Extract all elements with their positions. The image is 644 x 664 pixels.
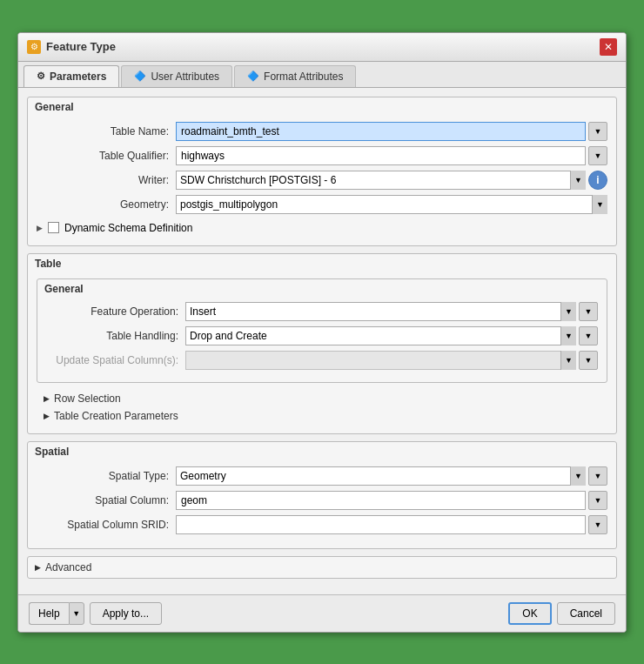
user-attr-tab-icon: 🔷 [134,70,146,82]
tab-parameters[interactable]: ⚙ Parameters [23,65,119,87]
update-spatial-label: Update Spatial Column(s): [46,354,185,366]
spatial-type-wrap: Geometry ▼ ▼ [176,466,607,486]
geometry-row: Geometry: postgis_multipolygon ▼ [37,195,607,214]
row-selection-label: Row Selection [54,392,121,405]
advanced-arrow: ▶ [35,563,41,572]
writer-select-wrap: SDW Christchurch [POSTGIS] - 6 ▼ [176,171,586,190]
spatial-type-label: Spatial Type: [37,470,176,482]
close-button[interactable]: ✕ [600,38,617,56]
table-creation-row[interactable]: ▶ Table Creation Parameters [37,407,607,425]
dialog-title: Feature Type [46,40,116,53]
dynamic-schema-row[interactable]: ▶ Dynamic Schema Definition [37,219,607,237]
spatial-section-inner: Spatial Type: Geometry ▼ ▼ Spatial Colum… [28,461,616,548]
tab-format-attributes[interactable]: 🔷 Format Attributes [234,65,356,87]
row-selection-row[interactable]: ▶ Row Selection [37,390,607,407]
general-section: General Table Name: ▼ Table Qualifier: ▼ [27,97,617,246]
general-section-title: General [28,97,616,117]
writer-row: Writer: SDW Christchurch [POSTGIS] - 6 ▼… [37,171,607,190]
dialog-content: General Table Name: ▼ Table Qualifier: ▼ [18,88,626,594]
update-spatial-wrap: ▼ ▼ [185,351,598,370]
writer-wrap: SDW Christchurch [POSTGIS] - 6 ▼ i [176,171,607,190]
spatial-type-row: Spatial Type: Geometry ▼ ▼ [37,466,607,486]
dialog-icon: ⚙ [27,40,41,54]
feature-operation-label: Feature Operation: [46,305,185,318]
spatial-column-wrap: ▼ [176,491,607,510]
spatial-srid-input[interactable] [176,515,586,534]
tab-format-attributes-label: Format Attributes [264,70,343,83]
tab-parameters-label: Parameters [50,70,106,83]
table-name-input[interactable] [176,122,586,141]
table-name-dropdown-btn[interactable]: ▼ [588,122,607,141]
footer-left: Help ▼ Apply to... [29,602,162,625]
tab-user-attributes[interactable]: 🔷 User Attributes [121,65,232,87]
table-qualifier-dropdown-btn[interactable]: ▼ [588,146,607,165]
dynamic-schema-checkbox[interactable] [48,222,59,233]
title-bar: ⚙ Feature Type ✕ [18,33,626,62]
writer-select[interactable]: SDW Christchurch [POSTGIS] - 6 [176,171,586,190]
table-general-inner: Feature Operation: Insert ▼ ▼ [37,298,607,382]
cancel-button[interactable]: Cancel [557,602,615,625]
table-section-inner: General Feature Operation: Insert ▼ [28,273,616,433]
advanced-label: Advanced [45,561,91,573]
spatial-srid-dropdown-btn[interactable]: ▼ [588,515,607,534]
table-creation-label: Table Creation Parameters [54,410,178,422]
feature-operation-dropdown-btn[interactable]: ▼ [579,302,598,321]
table-section-title: Table [28,254,616,273]
table-general-subsection: General Feature Operation: Insert ▼ [37,278,607,383]
feature-operation-select-wrap: Insert ▼ [185,302,576,321]
table-handling-dropdown-btn[interactable]: ▼ [579,326,598,345]
update-spatial-dropdown-btn[interactable]: ▼ [579,351,598,370]
spatial-column-dropdown-btn[interactable]: ▼ [588,491,607,510]
format-attr-tab-icon: 🔷 [247,70,259,82]
table-name-row: Table Name: ▼ [37,122,607,141]
feature-operation-row: Feature Operation: Insert ▼ ▼ [46,302,598,321]
spatial-section-title: Spatial [28,442,616,461]
table-handling-select-wrap: Drop and Create ▼ [185,326,576,345]
spatial-column-row: Spatial Column: ▼ [37,491,607,510]
table-qualifier-label: Table Qualifier: [37,150,176,162]
footer-right: OK Cancel [508,602,615,625]
feature-operation-select[interactable]: Insert [185,302,576,321]
title-bar-left: ⚙ Feature Type [27,40,116,54]
update-spatial-row: Update Spatial Column(s): ▼ ▼ [46,351,598,370]
geometry-select[interactable]: postgis_multipolygon [176,195,607,214]
geometry-select-wrap: postgis_multipolygon ▼ [176,195,607,214]
table-creation-arrow: ▶ [44,412,50,420]
help-split-btn: Help ▼ [29,602,84,625]
params-tab-icon: ⚙ [37,70,45,82]
table-handling-label: Table Handling: [46,330,185,342]
table-handling-row: Table Handling: Drop and Create ▼ ▼ [46,326,598,345]
spatial-type-dropdown-btn[interactable]: ▼ [588,466,607,486]
table-handling-select[interactable]: Drop and Create [185,326,576,345]
feature-operation-wrap: Insert ▼ ▼ [185,302,598,321]
help-dropdown-arrow[interactable]: ▼ [69,602,84,625]
ok-button[interactable]: OK [508,602,551,625]
help-button[interactable]: Help [29,602,69,625]
geometry-label: Geometry: [37,198,176,211]
update-spatial-select-wrap: ▼ [185,351,576,370]
spatial-type-select-wrap: Geometry ▼ [176,466,586,486]
tab-user-attributes-label: User Attributes [151,70,219,83]
spatial-column-input[interactable] [176,491,586,510]
table-qualifier-row: Table Qualifier: ▼ [37,146,607,165]
apply-button[interactable]: Apply to... [90,602,162,625]
table-handling-wrap: Drop and Create ▼ ▼ [185,326,598,345]
table-section: Table General Feature Operation: Insert [27,253,617,434]
general-section-inner: Table Name: ▼ Table Qualifier: ▼ [28,117,616,245]
dialog-footer: Help ▼ Apply to... OK Cancel [18,594,626,632]
table-name-wrap: ▼ [176,122,607,141]
advanced-row[interactable]: ▶ Advanced [28,557,616,578]
update-spatial-select[interactable] [185,351,576,370]
row-selection-arrow: ▶ [44,394,50,403]
table-general-header: General [37,279,607,298]
table-qualifier-input[interactable] [176,146,586,165]
feature-type-dialog: ⚙ Feature Type ✕ ⚙ Parameters 🔷 User Att… [17,32,627,633]
spatial-srid-row: Spatial Column SRID: ▼ [37,515,607,534]
spatial-column-label: Spatial Column: [37,494,176,506]
spatial-type-select[interactable]: Geometry [176,466,586,486]
writer-label: Writer: [37,174,176,186]
writer-info-btn[interactable]: i [588,171,607,190]
spatial-srid-wrap: ▼ [176,515,607,534]
dynamic-schema-label: Dynamic Schema Definition [64,222,192,234]
spatial-srid-label: Spatial Column SRID: [37,519,176,531]
